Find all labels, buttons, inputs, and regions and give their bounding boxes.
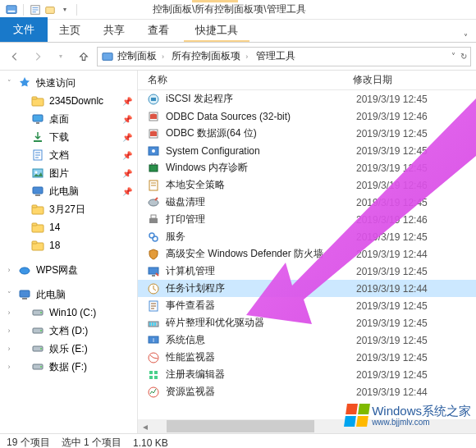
crumb-2[interactable]: 管理工具 [256, 50, 295, 62]
nav-back-button[interactable] [5, 47, 25, 66]
ribbon-tabs: 文件 主页 共享 查看 快捷工具 ˅ [0, 20, 476, 43]
titlebar: ▾ 管理 控制面板\所有控制面板项\管理工具 [0, 0, 476, 20]
sidebar-item-label: 桌面 [49, 112, 69, 126]
chevron-down-icon[interactable]: ˅ [5, 79, 13, 87]
drive-item-1[interactable]: ›文档 (D:) [0, 322, 137, 340]
status-size: 1.10 KB [133, 437, 168, 449]
ribbon-tab-home[interactable]: 主页 [48, 18, 92, 42]
file-name: 性能监视器 [166, 350, 356, 364]
address-refresh-icon[interactable]: ↻ [460, 52, 467, 61]
file-date: 2019/3/19 12:44 [356, 283, 476, 295]
file-row[interactable]: 高级安全 Windows Defender 防火墙2019/3/19 12:44 [138, 245, 476, 263]
tree-quick-access[interactable]: ˅ 快速访问 [0, 74, 137, 92]
file-row[interactable]: ODBC Data Sources (32-bit)2019/3/19 12:4… [138, 107, 476, 125]
address-bar[interactable]: 控制面板› 所有控制面板项› 管理工具 ˅ ↻ [97, 47, 471, 66]
sidebar-item-0[interactable]: 2345Downlc📌 [0, 92, 137, 110]
col-date[interactable]: 修改日期 [348, 73, 476, 87]
sidebar-item-6[interactable]: 3月27日 [0, 200, 137, 218]
scrollbar-thumb[interactable] [167, 420, 314, 432]
crumb-1[interactable]: 所有控制面板项 [172, 50, 240, 62]
drive-item-0[interactable]: ›Win10 (C:) [0, 304, 137, 322]
tree-wps[interactable]: › WPS网盘 [0, 261, 137, 279]
file-row[interactable]: 性能监视器2019/3/19 12:45 [138, 349, 476, 366]
qat-icon-props[interactable] [29, 3, 42, 16]
file-row[interactable]: 本地安全策略2019/3/19 12:46 [138, 176, 476, 194]
sidebar-item-label: 3月27日 [49, 203, 85, 217]
sidebar-item-8[interactable]: 18 [0, 236, 137, 254]
chevron-right-icon[interactable]: › [5, 345, 13, 353]
ribbon-tab-view[interactable]: 查看 [136, 18, 181, 42]
nav-recent-dropdown[interactable]: ▾ [51, 47, 71, 66]
chevron-right-icon[interactable]: › [5, 309, 13, 317]
file-row[interactable]: iSCSI 发起程序2019/3/19 12:45 [138, 90, 476, 107]
crumb-0[interactable]: 控制面板 [117, 50, 157, 62]
file-row[interactable]: Windows 内存诊断2019/3/19 12:45 [138, 159, 476, 176]
nav-up-button[interactable] [74, 47, 94, 66]
pin-icon: 📌 [122, 97, 132, 106]
list-header[interactable]: 名称 修改日期 [138, 71, 476, 90]
file-row[interactable]: 磁盘清理2019/3/19 12:45 [138, 194, 476, 211]
svg-rect-4 [103, 53, 112, 60]
file-date: 2019/3/19 12:45 [356, 94, 476, 105]
ribbon-tab-file[interactable]: 文件 [0, 17, 48, 42]
sidebar-item-7[interactable]: 14 [0, 218, 137, 236]
file-row[interactable]: i系统信息2019/3/19 12:45 [138, 331, 476, 349]
file-name: System Configuration [166, 145, 356, 157]
watermark-line1: Windows系统之家 [372, 404, 471, 418]
print-icon [146, 213, 161, 227]
qat-dropdown-icon[interactable]: ▾ [58, 3, 71, 16]
sidebar-item-2[interactable]: 下载📌 [0, 128, 137, 146]
file-name: 碎片整理和优化驱动器 [166, 316, 356, 330]
tree-this-pc[interactable]: ˅ 此电脑 [0, 286, 137, 304]
file-row[interactable]: 事件查看器2019/3/19 12:45 [138, 297, 476, 314]
file-row[interactable]: 任务计划程序2019/3/19 12:44 [138, 280, 476, 297]
file-row[interactable]: 注册表编辑器2019/3/19 12:45 [138, 366, 476, 383]
desktop-icon [31, 112, 44, 126]
breadcrumb[interactable]: 控制面板› 所有控制面板项› 管理工具 [117, 49, 295, 63]
sidebar-item-1[interactable]: 桌面📌 [0, 110, 137, 128]
col-name[interactable]: 名称 [138, 73, 348, 87]
ribbon-tab-share[interactable]: 共享 [92, 18, 136, 42]
svg-rect-1 [8, 10, 16, 11]
nav-forward-button[interactable] [28, 47, 48, 66]
file-list: 名称 修改日期 iSCSI 发起程序2019/3/19 12:45ODBC Da… [138, 71, 476, 433]
file-row[interactable]: 计算机管理2019/3/19 12:45 [138, 263, 476, 280]
tree-label: WPS网盘 [36, 263, 78, 277]
svg-point-28 [40, 330, 42, 331]
sysinfo-icon: i [146, 333, 161, 348]
chevron-right-icon[interactable]: › [5, 363, 13, 371]
tree-label: 此电脑 [36, 288, 66, 302]
file-row[interactable]: 碎片整理和优化驱动器2019/3/19 12:45 [138, 314, 476, 331]
ribbon-tab-shortcut-tools[interactable]: 快捷工具 [184, 18, 249, 42]
svg-point-42 [152, 149, 155, 153]
folder-icon [31, 221, 44, 234]
nav-tree[interactable]: ˅ 快速访问 2345Downlc📌桌面📌下载📌文档📌图片📌此电脑📌3月27日1… [0, 71, 138, 433]
file-row[interactable]: 服务2019/3/19 12:45 [138, 228, 476, 245]
svg-rect-65 [154, 376, 158, 379]
address-dropdown-icon[interactable]: ˅ [451, 52, 455, 61]
drive-icon [31, 342, 44, 355]
file-row[interactable]: System Configuration2019/3/19 12:45 [138, 142, 476, 159]
chevron-right-icon[interactable]: › [5, 327, 13, 335]
ribbon-expand-icon[interactable]: ˅ [464, 33, 468, 42]
file-name: 系统信息 [166, 333, 356, 347]
drive-item-2[interactable]: ›娱乐 (E:) [0, 340, 137, 358]
file-row[interactable]: 打印管理2019/3/19 12:46 [138, 211, 476, 228]
chevron-right-icon[interactable]: › [5, 266, 13, 274]
file-row[interactable]: ODBC 数据源(64 位)2019/3/19 12:45 [138, 125, 476, 142]
file-date: 2019/3/19 12:46 [356, 180, 476, 191]
sidebar-item-5[interactable]: 此电脑📌 [0, 182, 137, 200]
windows-logo-icon [344, 404, 370, 427]
chevron-down-icon[interactable]: ˅ [5, 290, 13, 299]
file-row[interactable]: 资源监视器2019/3/19 12:44 [138, 383, 476, 400]
status-count: 19 个项目 [7, 436, 50, 448]
drive-item-3[interactable]: ›数据 (F:) [0, 358, 137, 376]
file-name: 事件查看器 [166, 299, 356, 313]
svg-rect-0 [7, 5, 16, 13]
svg-point-66 [149, 387, 158, 397]
eventvwr-icon [146, 299, 161, 313]
sidebar-item-3[interactable]: 文档📌 [0, 146, 137, 164]
qat-icon-new[interactable] [43, 3, 57, 16]
sidebar-item-4[interactable]: 图片📌 [0, 164, 137, 182]
file-name: 注册表编辑器 [166, 368, 356, 382]
